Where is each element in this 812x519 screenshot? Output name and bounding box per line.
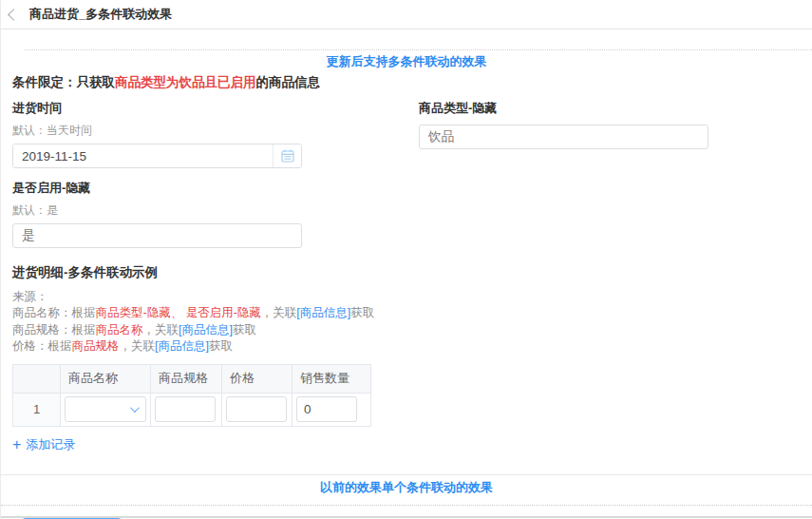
- enabled-label: 是否启用-隐藏: [12, 181, 801, 196]
- product-type-field: 商品类型-隐藏: [419, 101, 708, 149]
- source-label: 来源：: [12, 289, 801, 305]
- chevron-down-icon: [130, 403, 140, 413]
- quantity-input[interactable]: [296, 396, 357, 422]
- product-spec-cell: [151, 393, 222, 426]
- fields-row: 进货时间 默认：当天时间 商品类型-隐藏: [12, 101, 801, 168]
- detail-section-title: 进货明细-多条件联动示例: [12, 264, 801, 280]
- product-type-label: 商品类型-隐藏: [419, 101, 708, 116]
- enabled-input[interactable]: [12, 223, 302, 248]
- condition-prefix: 条件限定：只获取: [12, 75, 115, 89]
- rule-mid: ，关联: [143, 323, 179, 336]
- rule-red: 商品规格: [72, 339, 120, 353]
- separator-solid: [1, 474, 812, 475]
- rule-mid: ，关联: [120, 339, 156, 353]
- enabled-hint: 默认：是: [12, 203, 801, 217]
- product-type-input[interactable]: [419, 125, 708, 149]
- plus-icon: +: [12, 437, 21, 452]
- table-header-row: 商品名称 商品规格 价格 销售数量: [13, 364, 371, 393]
- enabled-field: 是否启用-隐藏 默认：是: [12, 181, 801, 248]
- previous-effect-banner: 以前的效果单个条件联动的效果: [12, 479, 801, 496]
- page-title: 商品进货_多条件联动效果: [29, 6, 172, 23]
- col-header-product-spec: 商品规格: [151, 364, 222, 393]
- rule-suffix: 获取: [350, 306, 374, 319]
- add-record-label: 添加记录: [26, 436, 75, 453]
- condition-suffix: 的商品信息: [256, 75, 321, 89]
- col-header-quantity: 销售数量: [293, 364, 371, 393]
- separator-dotted: [1, 505, 812, 506]
- product-spec-input[interactable]: [155, 396, 216, 422]
- add-record-button[interactable]: + 添加记录: [12, 436, 75, 453]
- col-header-price: 价格: [222, 364, 293, 393]
- rule-link: [商品信息]: [296, 306, 350, 319]
- detail-table: 商品名称 商品规格 价格 销售数量 1: [12, 364, 371, 427]
- rule-prefix: 商品名称：根据: [12, 306, 96, 319]
- col-header-index: [13, 364, 61, 393]
- rule-suffix: 获取: [233, 323, 256, 336]
- back-icon[interactable]: [8, 9, 20, 21]
- rule-suffix: 获取: [209, 339, 233, 353]
- source-rule-spec: 商品规格：根据商品名称，关联[商品信息]获取: [12, 322, 801, 339]
- purchase-time-input[interactable]: [13, 144, 273, 167]
- price-input[interactable]: [226, 396, 287, 422]
- calendar-icon: [280, 148, 295, 163]
- purchase-time-input-group: [12, 144, 302, 168]
- product-name-select[interactable]: [65, 396, 146, 422]
- col-header-product-name: 商品名称: [61, 364, 151, 393]
- rule-red: 商品名称: [96, 323, 143, 336]
- condition-highlight: 商品类型为饮品且已启用: [115, 75, 256, 89]
- row-index: 1: [13, 393, 61, 426]
- source-rule-price: 价格：根据商品规格，关联[商品信息]获取: [12, 338, 801, 356]
- calendar-button[interactable]: [273, 144, 301, 167]
- rule-link: [商品信息]: [155, 339, 209, 353]
- table-row: 1: [13, 393, 371, 426]
- rule-link: [商品信息]: [179, 323, 233, 336]
- condition-note: 条件限定：只获取商品类型为饮品且已启用的商品信息: [12, 74, 801, 91]
- quantity-cell: [293, 393, 371, 426]
- update-banner: 更新后支持多条件联动的效果: [12, 53, 801, 70]
- footer-divider: [1, 516, 812, 518]
- source-rule-name: 商品名称：根据商品类型-隐藏、 是否启用-隐藏，关联[商品信息]获取: [12, 305, 801, 322]
- price-cell: [222, 393, 293, 426]
- form-content: 更新后支持多条件联动的效果 条件限定：只获取商品类型为饮品且已启用的商品信息 进…: [1, 49, 812, 519]
- rule-prefix: 商品规格：根据: [12, 323, 96, 336]
- rule-prefix: 价格：根据: [12, 339, 72, 353]
- rule-red: 商品类型-隐藏、 是否启用-隐藏: [96, 306, 261, 319]
- top-bar: 商品进货_多条件联动效果: [1, 0, 812, 29]
- rule-mid: ，关联: [261, 306, 297, 319]
- separator-top: [25, 49, 812, 50]
- product-name-cell: [61, 393, 151, 426]
